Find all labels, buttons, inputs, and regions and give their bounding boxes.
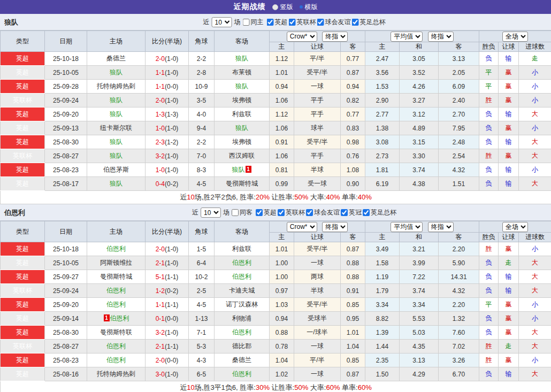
league-filter-英冠[interactable]: 英冠 — [340, 208, 362, 217]
home-team-cell: 伯恩茅斯 — [87, 163, 146, 177]
goals-result-cell: 走 — [519, 52, 551, 66]
league-filter-球会友谊[interactable]: 球会友谊 — [316, 18, 351, 27]
home-team-cell: 狼队 — [87, 135, 146, 149]
layout-option-horizontal[interactable]: 横版 — [300, 3, 318, 12]
league-filter-英超[interactable]: 英超 — [266, 18, 288, 27]
team-link: 伯恩利 — [106, 301, 126, 308]
score-cell: 5-1(1-1) — [146, 270, 189, 284]
radio-horizontal-icon[interactable] — [300, 5, 303, 9]
avg-select[interactable]: 平均值 — [391, 222, 423, 232]
score-cell: 2-0(1-0) — [146, 242, 189, 256]
eu-home-odds: 1.58 — [365, 256, 400, 270]
eu-home-odds: 2.90 — [365, 94, 400, 107]
corner-cell: 4-3 — [189, 353, 215, 367]
league-filter-英联杯[interactable]: 英联杯 — [277, 208, 305, 217]
recent-count-select[interactable]: 10 — [212, 17, 232, 27]
asia-away-odds: 0.83 — [341, 121, 365, 135]
league-badge: 英超 — [1, 367, 45, 381]
home-team-cell: 托特纳姆热刺 — [87, 367, 146, 381]
league-checkbox[interactable] — [363, 209, 370, 216]
corner-cell: 4-0 — [189, 107, 215, 121]
col-score: 比分(半场) — [146, 31, 189, 52]
scope-select[interactable]: 全场 — [502, 32, 528, 42]
summary-text: 让胜率: — [270, 383, 294, 391]
asia-away-odds: 0.82 — [341, 94, 365, 107]
handicap-result-cell: 赢 — [499, 121, 519, 135]
result-cell: 负 — [479, 177, 499, 191]
match-row: 英超25-08-30狼队2-3(1-2)2-2埃弗顿0.91受平/半0.983.… — [1, 135, 551, 149]
asia-handicap: 平/半 — [294, 52, 341, 66]
team-section-burnley: 伯恩利 近 10 场 同客 英超英联杯球会友谊英冠英足总杯 类型 日期 主场 比 — [0, 204, 551, 392]
matches-table: 类型 日期 主场 比分(半场) 角球 客场 Crow* 终指 平均值 终指 全场 — [0, 30, 551, 204]
match-row: 英超25-08-23伯恩茅斯1-0(1-0)8-3狼队10.81半球1.081.… — [1, 163, 551, 177]
same-venue-checkbox[interactable] — [232, 209, 239, 216]
corner-cell: 1-13 — [189, 312, 215, 326]
team-link: 桑德兰 — [106, 55, 126, 62]
asia-odds-type-select[interactable]: 终指 — [322, 32, 348, 42]
league-checkbox[interactable] — [289, 19, 296, 26]
league-badge: 英联杯 — [1, 149, 45, 163]
league-checkbox[interactable] — [267, 19, 274, 26]
league-badge: 英超 — [1, 242, 45, 256]
full-score: 3-2 — [156, 152, 165, 160]
team-link: 狼队 — [110, 68, 123, 76]
result-cell: 胜 — [479, 242, 499, 256]
col-type: 类型 — [1, 31, 45, 52]
layout-option-vertical[interactable]: 竖版 — [272, 3, 293, 12]
eu-away-odds: 2.05 — [439, 66, 479, 80]
goals-result-cell: 小 — [519, 80, 551, 94]
league-filter-英足总杯[interactable]: 英足总杯 — [362, 208, 396, 217]
league-badge: 英超 — [1, 298, 45, 312]
same-venue-filter[interactable]: 同主 — [242, 18, 264, 27]
corner-cell: 10-9 — [189, 80, 215, 94]
home-team-cell: 伯恩利 — [87, 340, 146, 353]
league-checkbox[interactable] — [278, 209, 285, 216]
eu-odds-type-select[interactable]: 终指 — [428, 222, 454, 232]
league-label: 英冠 — [349, 208, 362, 217]
league-filter-英联杯[interactable]: 英联杯 — [288, 18, 316, 27]
col-home: 主场 — [87, 31, 146, 52]
scope-select[interactable]: 全场 — [502, 222, 528, 232]
league-checkbox[interactable] — [317, 19, 324, 26]
league-checkbox[interactable] — [341, 209, 348, 216]
score-cell: 2-3(1-2) — [146, 135, 189, 149]
team-link: 阿斯顿维拉 — [100, 259, 132, 266]
match-date: 25-08-27 — [45, 149, 87, 163]
league-checkbox[interactable] — [352, 19, 359, 26]
summary-text: 单率: — [340, 193, 357, 201]
matches-table: 类型 日期 主场 比分(半场) 角球 客场 Crow* 终指 平均值 终指 全场 — [0, 221, 551, 392]
same-venue-filter[interactable]: 同客 — [231, 208, 252, 217]
score-cell: 1-1(1-0) — [146, 66, 189, 80]
full-score: 2-0 — [156, 97, 165, 104]
eu-odds-type-select[interactable]: 终指 — [428, 32, 454, 42]
handicap-result-cell: 赢 — [499, 80, 519, 94]
near-label: 近 — [192, 208, 198, 217]
asia-away-odds: 0.87 — [341, 367, 365, 381]
away-team-cell: 伯恩利 — [215, 270, 270, 284]
games-label: 场 — [223, 208, 229, 217]
bookmaker-select[interactable]: Crow* — [287, 222, 317, 232]
same-venue-checkbox[interactable] — [243, 19, 250, 26]
recent-count-select[interactable]: 10 — [201, 207, 221, 218]
asia-home-odds: 1.04 — [270, 353, 294, 367]
goals-result-cell: 大 — [519, 107, 551, 121]
league-filter-英超[interactable]: 英超 — [255, 208, 277, 217]
league-checkbox[interactable] — [256, 209, 263, 216]
radio-vertical-icon[interactable] — [272, 4, 278, 10]
league-checkbox[interactable] — [306, 209, 313, 216]
league-filter-英足总杯[interactable]: 英足总杯 — [351, 18, 386, 27]
avg-select[interactable]: 平均值 — [391, 32, 423, 42]
league-badge: 英超 — [1, 107, 45, 121]
eu-away-odds: 7.60 — [439, 326, 479, 340]
match-row: 英超25-10-18桑德兰2-0(1-0)2-2狼队1.12平/半0.772.4… — [1, 52, 551, 66]
team-link: 伯恩利 — [106, 245, 126, 252]
match-date: 25-08-23 — [45, 163, 87, 177]
league-filter-球会友谊[interactable]: 球会友谊 — [305, 208, 340, 217]
away-team-cell: 狼队 — [215, 80, 270, 94]
bookmaker-select[interactable]: Crow* — [287, 32, 317, 42]
team-link: 伯恩利 — [106, 356, 126, 364]
section-bar: 狼队 近 10 场 同主 英超英联杯球会友谊英足总杯 — [0, 14, 551, 30]
eu-home-odds: 1.44 — [365, 340, 400, 353]
asia-odds-type-select[interactable]: 终指 — [322, 222, 348, 232]
col-result: 胜负 — [479, 42, 499, 52]
